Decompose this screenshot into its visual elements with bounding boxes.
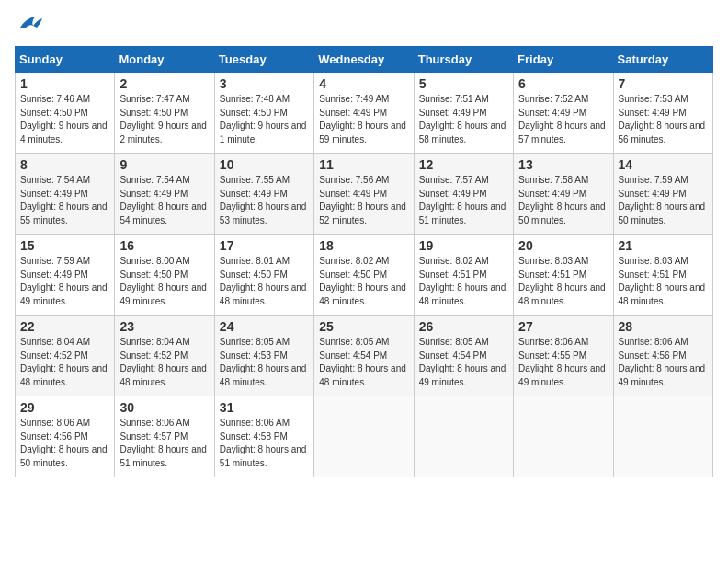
calendar-cell: 6 Sunrise: 7:52 AM Sunset: 4:49 PM Dayli… [514, 73, 613, 154]
day-info: Sunrise: 8:05 AM Sunset: 4:54 PM Dayligh… [319, 336, 408, 389]
day-info: Sunrise: 7:56 AM Sunset: 4:49 PM Dayligh… [319, 174, 408, 227]
day-number: 8 [20, 157, 109, 172]
calendar-cell: 28 Sunrise: 8:06 AM Sunset: 4:56 PM Dayl… [613, 316, 712, 396]
day-number: 7 [619, 76, 708, 91]
day-number: 4 [319, 76, 408, 91]
day-number: 5 [419, 76, 508, 91]
day-number: 24 [220, 319, 309, 334]
calendar-cell: 22 Sunrise: 8:04 AM Sunset: 4:52 PM Dayl… [16, 316, 115, 396]
calendar-cell: 18 Sunrise: 8:02 AM Sunset: 4:50 PM Dayl… [314, 235, 414, 316]
day-number: 11 [319, 157, 408, 172]
day-number: 23 [119, 319, 209, 334]
day-number: 16 [119, 238, 209, 253]
day-number: 10 [220, 157, 309, 172]
day-info: Sunrise: 7:47 AM Sunset: 4:50 PM Dayligh… [119, 93, 209, 146]
day-info: Sunrise: 8:00 AM Sunset: 4:50 PM Dayligh… [119, 255, 209, 308]
day-info: Sunrise: 7:59 AM Sunset: 4:49 PM Dayligh… [20, 255, 109, 308]
day-info: Sunrise: 8:06 AM Sunset: 4:58 PM Dayligh… [220, 417, 309, 470]
calendar-cell: 13 Sunrise: 7:58 AM Sunset: 4:49 PM Dayl… [514, 154, 613, 235]
calendar-cell [613, 396, 712, 477]
calendar-cell: 1 Sunrise: 7:46 AM Sunset: 4:50 PM Dayli… [16, 73, 115, 154]
calendar-cell: 26 Sunrise: 8:05 AM Sunset: 4:54 PM Dayl… [414, 316, 513, 396]
calendar-cell: 14 Sunrise: 7:59 AM Sunset: 4:49 PM Dayl… [613, 154, 712, 235]
day-header-friday: Friday [514, 47, 613, 73]
day-info: Sunrise: 8:05 AM Sunset: 4:53 PM Dayligh… [220, 336, 309, 389]
day-header-tuesday: Tuesday [214, 47, 313, 73]
day-number: 31 [220, 400, 309, 415]
calendar-cell: 25 Sunrise: 8:05 AM Sunset: 4:54 PM Dayl… [314, 316, 414, 396]
calendar-week-1: 1 Sunrise: 7:46 AM Sunset: 4:50 PM Dayli… [16, 73, 713, 154]
calendar-cell: 29 Sunrise: 8:06 AM Sunset: 4:56 PM Dayl… [16, 396, 115, 477]
day-number: 12 [419, 157, 508, 172]
calendar-cell [514, 396, 613, 477]
logo [15, 15, 42, 35]
calendar-cell: 8 Sunrise: 7:54 AM Sunset: 4:49 PM Dayli… [16, 154, 115, 235]
calendar-cell: 23 Sunrise: 8:04 AM Sunset: 4:52 PM Dayl… [115, 316, 214, 396]
calendar-table: SundayMondayTuesdayWednesdayThursdayFrid… [15, 46, 713, 477]
day-info: Sunrise: 7:53 AM Sunset: 4:49 PM Dayligh… [619, 93, 708, 146]
calendar-cell: 21 Sunrise: 8:03 AM Sunset: 4:51 PM Dayl… [613, 235, 712, 316]
calendar-cell [414, 396, 513, 477]
calendar-cell: 9 Sunrise: 7:54 AM Sunset: 4:49 PM Dayli… [115, 154, 214, 235]
day-number: 26 [419, 319, 508, 334]
calendar-cell: 16 Sunrise: 8:00 AM Sunset: 4:50 PM Dayl… [115, 235, 214, 316]
calendar-cell: 27 Sunrise: 8:06 AM Sunset: 4:55 PM Dayl… [514, 316, 613, 396]
calendar-cell: 2 Sunrise: 7:47 AM Sunset: 4:50 PM Dayli… [115, 73, 214, 154]
calendar-header-row: SundayMondayTuesdayWednesdayThursdayFrid… [16, 47, 713, 73]
calendar-cell: 10 Sunrise: 7:55 AM Sunset: 4:49 PM Dayl… [214, 154, 313, 235]
calendar-cell: 30 Sunrise: 8:06 AM Sunset: 4:57 PM Dayl… [115, 396, 214, 477]
calendar-cell: 7 Sunrise: 7:53 AM Sunset: 4:49 PM Dayli… [613, 73, 712, 154]
day-info: Sunrise: 8:03 AM Sunset: 4:51 PM Dayligh… [518, 255, 608, 308]
calendar-cell: 12 Sunrise: 7:57 AM Sunset: 4:49 PM Dayl… [414, 154, 513, 235]
day-number: 13 [518, 157, 608, 172]
logo-bird-icon [17, 15, 42, 35]
day-info: Sunrise: 8:02 AM Sunset: 4:50 PM Dayligh… [319, 255, 408, 308]
day-number: 15 [20, 238, 109, 253]
calendar-week-5: 29 Sunrise: 8:06 AM Sunset: 4:56 PM Dayl… [16, 396, 713, 477]
day-info: Sunrise: 7:49 AM Sunset: 4:49 PM Dayligh… [319, 93, 408, 146]
day-info: Sunrise: 8:06 AM Sunset: 4:56 PM Dayligh… [20, 417, 109, 470]
day-info: Sunrise: 8:02 AM Sunset: 4:51 PM Dayligh… [419, 255, 508, 308]
day-info: Sunrise: 8:06 AM Sunset: 4:55 PM Dayligh… [518, 336, 608, 389]
day-number: 6 [518, 76, 608, 91]
calendar-cell: 19 Sunrise: 8:02 AM Sunset: 4:51 PM Dayl… [414, 235, 513, 316]
day-info: Sunrise: 8:03 AM Sunset: 4:51 PM Dayligh… [619, 255, 708, 308]
day-info: Sunrise: 7:51 AM Sunset: 4:49 PM Dayligh… [419, 93, 508, 146]
day-info: Sunrise: 8:04 AM Sunset: 4:52 PM Dayligh… [119, 336, 209, 389]
day-info: Sunrise: 7:55 AM Sunset: 4:49 PM Dayligh… [220, 174, 309, 227]
calendar-cell: 4 Sunrise: 7:49 AM Sunset: 4:49 PM Dayli… [314, 73, 414, 154]
day-number: 1 [20, 76, 109, 91]
day-info: Sunrise: 7:52 AM Sunset: 4:49 PM Dayligh… [518, 93, 608, 146]
calendar-week-4: 22 Sunrise: 8:04 AM Sunset: 4:52 PM Dayl… [16, 316, 713, 396]
day-number: 20 [518, 238, 608, 253]
day-number: 3 [220, 76, 309, 91]
day-number: 30 [119, 400, 209, 415]
page-header [15, 15, 713, 35]
day-info: Sunrise: 7:46 AM Sunset: 4:50 PM Dayligh… [20, 93, 109, 146]
calendar-cell: 24 Sunrise: 8:05 AM Sunset: 4:53 PM Dayl… [214, 316, 313, 396]
day-info: Sunrise: 7:54 AM Sunset: 4:49 PM Dayligh… [20, 174, 109, 227]
day-number: 28 [619, 319, 708, 334]
calendar-week-2: 8 Sunrise: 7:54 AM Sunset: 4:49 PM Dayli… [16, 154, 713, 235]
day-info: Sunrise: 8:06 AM Sunset: 4:56 PM Dayligh… [619, 336, 708, 389]
calendar-cell [314, 396, 414, 477]
day-number: 21 [619, 238, 708, 253]
day-info: Sunrise: 7:57 AM Sunset: 4:49 PM Dayligh… [419, 174, 508, 227]
day-info: Sunrise: 7:48 AM Sunset: 4:50 PM Dayligh… [220, 93, 309, 146]
day-info: Sunrise: 7:54 AM Sunset: 4:49 PM Dayligh… [119, 174, 209, 227]
day-number: 9 [119, 157, 209, 172]
day-header-sunday: Sunday [16, 47, 115, 73]
day-info: Sunrise: 7:58 AM Sunset: 4:49 PM Dayligh… [518, 174, 608, 227]
calendar-cell: 5 Sunrise: 7:51 AM Sunset: 4:49 PM Dayli… [414, 73, 513, 154]
day-header-wednesday: Wednesday [314, 47, 414, 73]
day-number: 17 [220, 238, 309, 253]
day-number: 19 [419, 238, 508, 253]
day-header-saturday: Saturday [613, 47, 712, 73]
calendar-cell: 11 Sunrise: 7:56 AM Sunset: 4:49 PM Dayl… [314, 154, 414, 235]
day-number: 14 [619, 157, 708, 172]
calendar-cell: 15 Sunrise: 7:59 AM Sunset: 4:49 PM Dayl… [16, 235, 115, 316]
calendar-cell: 17 Sunrise: 8:01 AM Sunset: 4:50 PM Dayl… [214, 235, 313, 316]
day-number: 22 [20, 319, 109, 334]
day-number: 29 [20, 400, 109, 415]
calendar-cell: 20 Sunrise: 8:03 AM Sunset: 4:51 PM Dayl… [514, 235, 613, 316]
